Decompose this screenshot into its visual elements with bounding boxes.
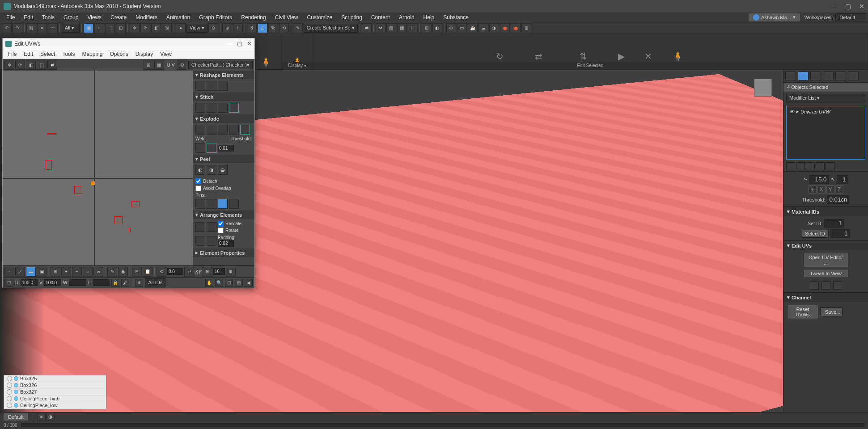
teapot-icon[interactable]: 🫖 [500,23,510,33]
uv-mirror-h[interactable]: ⇄ [184,267,194,277]
quick-flatten-button[interactable] [833,282,842,290]
close-icon[interactable]: ✕ [859,3,864,10]
uv-snap-button[interactable]: ⊞ [203,267,212,277]
w-input[interactable] [69,279,86,286]
show-result-button[interactable] [796,162,805,170]
ref-coord-icon[interactable]: ● [176,23,186,33]
menu-help[interactable]: Help [419,13,439,22]
flatten-mat-button[interactable] [218,125,228,135]
remove-modifier-button[interactable] [816,162,825,170]
uv-grid-size[interactable] [213,268,225,275]
weld-threshold-input[interactable] [218,145,234,151]
ribbon-populate-button[interactable]: 🧍 [258,57,274,67]
uv-rotate-90[interactable]: ⟲ [157,267,166,277]
u-input[interactable] [21,279,38,286]
material-ids-rollout-header[interactable]: ▾ Material IDs [783,207,868,216]
uv-menu-select[interactable]: Select [37,50,59,58]
quick-peel-button[interactable]: ◐ [195,165,205,175]
element-props-rollout[interactable]: ▸ Element Properties [193,248,254,257]
flatten-custom-button[interactable] [240,125,250,135]
uv-zoom-extents-button[interactable]: ⊞ [235,279,243,287]
rotate-checkbox[interactable]: Rotate [218,227,241,233]
viewcube[interactable] [747,74,779,105]
edit-selection-set-button[interactable]: ✎ [293,23,303,33]
window-crossing-button[interactable]: ⊡ [116,23,126,33]
undo-button[interactable]: ↶ [2,23,12,33]
weld-selected-button[interactable] [195,143,205,153]
l-input[interactable] [93,279,110,286]
v-input[interactable] [44,279,61,286]
visibility-icon[interactable] [7,403,12,408]
modifier-stack[interactable]: 👁 ▸ Unwrap UVW [786,106,865,160]
menu-group[interactable]: Group [59,13,83,22]
uv-menu-view[interactable]: View [157,50,175,58]
select-move-button[interactable]: ✥ [130,23,140,33]
menu-customize[interactable]: Customize [303,13,337,22]
uv-menu-options[interactable]: Options [106,50,131,58]
tweak-in-view-button[interactable]: Tweak In View [804,269,848,278]
uv-menu-file[interactable]: File [4,50,20,58]
bind-space-warp-button[interactable]: 〰 [48,23,58,33]
schematic-view-button[interactable]: ⊞ [422,23,432,33]
uv-menu-display[interactable]: Display [132,50,157,58]
grid-icon[interactable]: ⊞ [521,23,531,33]
uv-rotate-button[interactable]: ⟳ [15,60,25,70]
visibility-icon[interactable] [7,389,12,395]
peel-rollout[interactable]: ▾ Peel [193,155,254,163]
freeze-icon[interactable] [14,376,18,381]
menu-edit[interactable]: Edit [19,13,38,22]
select-place-button[interactable]: ⇲ [162,23,172,33]
uv-ring-button[interactable]: ○ [83,267,93,277]
stitch-selected-button[interactable] [195,103,205,113]
pack-rescale-button[interactable] [207,236,216,246]
uv-move-button[interactable]: ✥ [4,60,14,70]
save-uvws-button[interactable]: Save... [820,307,843,316]
uv-show-map-button[interactable]: ⊞ [144,60,153,70]
menu-tools[interactable]: Tools [38,13,59,22]
uv-minimize-icon[interactable]: — [227,40,233,47]
uv-lock-button[interactable]: 🔒 [111,279,119,287]
freeze-icon[interactable] [14,403,18,408]
open-uv-editor-button[interactable]: Open UV Editor ... [804,253,848,267]
uv-zoom-region-button[interactable]: ⊡ [225,279,233,287]
straighten-button[interactable] [195,81,205,91]
flatten-smooth-button[interactable] [229,125,239,135]
isolate-button[interactable]: ◑ [47,413,55,421]
select-scale-button[interactable]: ◧ [151,23,161,33]
uv-snow-button[interactable]: ❄ [135,279,143,287]
axis-y-button[interactable]: Y [826,185,834,193]
menu-scripting[interactable]: Scripting [337,13,367,22]
uv-brush-button[interactable]: 🖌 [121,279,129,287]
uv-soft-select[interactable]: ◉ [118,267,128,277]
select-rotate-button[interactable]: ⟳ [140,23,150,33]
channel-rollout-header[interactable]: ▾ Channel [783,293,868,302]
uv-zoom-button[interactable]: 🔍 [215,279,223,287]
make-unique-button[interactable] [806,162,815,170]
pack-normalize-button[interactable] [207,222,216,232]
visibility-icon[interactable] [7,396,12,401]
render-production-button[interactable]: ☕ [468,23,478,33]
uv-vertex-mode[interactable]: · [4,267,14,277]
motion-tab[interactable] [823,72,834,80]
menu-rendering[interactable]: Rendering [237,13,270,22]
named-selection-dropdown[interactable]: Create Selection Se ▾ [304,24,358,33]
curve-editor-button[interactable]: TT [408,23,418,33]
spinner-snap-button[interactable]: ⟲ [279,23,289,33]
utilities-tab[interactable] [848,72,859,80]
scene-item[interactable]: CeilingPiece_high [4,395,106,402]
uv-options-bottom[interactable]: ⚙ [226,267,236,277]
peel-mode-button[interactable]: ◑ [207,165,216,175]
minimize-icon[interactable]: — [831,3,837,10]
uv-shrink-button[interactable]: − [72,267,82,277]
redo-button[interactable]: ↷ [13,23,22,33]
visibility-icon[interactable] [7,376,12,381]
scene-item[interactable]: Box326 [4,382,106,389]
user-account-button[interactable]: Ashawn Ma... ▾ [749,13,800,21]
layer-explorer-button[interactable]: ▤ [386,23,396,33]
uv-menu-tools[interactable]: Tools [59,50,78,58]
scene-item[interactable]: CeilingPiece_low [4,402,106,409]
grid-icon-small[interactable]: ⊞ [809,185,817,193]
visibility-icon[interactable] [7,383,12,388]
detach-checkbox[interactable]: Detach [195,178,217,184]
axis-x-button[interactable]: X [817,185,826,193]
